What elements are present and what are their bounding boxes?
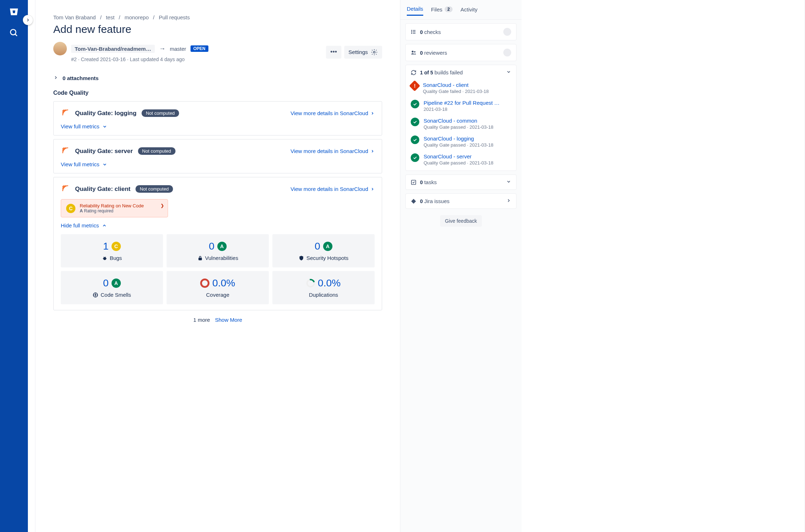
- build-ok-icon: [411, 136, 419, 144]
- metric-cell[interactable]: 0A Code Smells: [61, 271, 163, 304]
- sonarcloud-link[interactable]: View more details in SonarCloud: [291, 186, 375, 192]
- build-item[interactable]: ! SonarCloud - client Quality Gate faile…: [406, 79, 516, 97]
- build-meta: 2021-03-18: [424, 107, 500, 112]
- side-tab-details[interactable]: Details: [407, 6, 423, 16]
- chevron-right-icon: ❯: [160, 203, 164, 208]
- attachments-section-toggle[interactable]: 0 attachments: [53, 75, 382, 81]
- svg-point-10: [95, 294, 96, 295]
- author-avatar[interactable]: [53, 42, 67, 55]
- search-icon[interactable]: [9, 28, 19, 39]
- placeholder-icon: [503, 49, 511, 56]
- sonarcloud-icon: [61, 146, 70, 156]
- build-meta: Quality Gate failed · 2021-03-18: [423, 89, 489, 94]
- jira-card[interactable]: 0 Jira issues: [405, 193, 517, 209]
- svg-point-20: [411, 33, 412, 33]
- bitbucket-logo-icon[interactable]: [9, 6, 19, 18]
- quality-gate-card: Quality Gate: client Not computed View m…: [53, 177, 382, 310]
- target-branch[interactable]: master: [170, 46, 186, 52]
- duplication-donut-icon: [305, 277, 317, 289]
- metrics-toggle[interactable]: View full metrics: [61, 161, 375, 167]
- quality-gate-status: Not computed: [138, 147, 176, 155]
- rating-badge: C: [66, 204, 75, 213]
- chevron-down-icon: [506, 179, 511, 185]
- svg-point-18: [411, 30, 412, 30]
- page-title: Add new feature: [53, 23, 382, 35]
- breadcrumb-item[interactable]: Tom Van Braband: [53, 14, 96, 20]
- reviewers-card[interactable]: 0 reviewers: [405, 44, 517, 61]
- shield-icon: [298, 255, 304, 261]
- expand-sidebar-button[interactable]: [23, 15, 33, 25]
- quality-gate-status: Not computed: [142, 109, 179, 117]
- give-feedback-button[interactable]: Give feedback: [440, 215, 482, 227]
- checkbox-icon: [411, 179, 416, 185]
- tasks-card[interactable]: 0 tasks: [405, 174, 517, 190]
- jira-icon: [411, 198, 416, 204]
- side-tab-files[interactable]: Files2: [431, 6, 453, 16]
- arrow-icon: →: [159, 45, 166, 53]
- build-item[interactable]: Pipeline #22 for Pull Request … 2021-03-…: [406, 97, 516, 115]
- metric-cell[interactable]: 0A Security Hotspots: [272, 234, 375, 267]
- build-title[interactable]: SonarCloud - logging: [424, 136, 493, 142]
- sonarcloud-link[interactable]: View more details in SonarCloud: [291, 148, 375, 154]
- rating-badge: A: [217, 242, 227, 251]
- show-more-row: 1 more Show More: [53, 317, 382, 323]
- breadcrumb-item[interactable]: monorepo: [125, 14, 149, 20]
- build-ok-icon: [411, 153, 419, 162]
- gear-icon: [371, 49, 378, 56]
- metric-cell[interactable]: 0.0% Coverage: [167, 271, 269, 304]
- svg-point-22: [414, 51, 415, 53]
- side-tab-activity[interactable]: Activity: [460, 6, 478, 16]
- more-count: 1 more: [193, 317, 210, 323]
- quality-gate-status: Not computed: [135, 185, 173, 193]
- build-title[interactable]: Pipeline #22 for Pull Request …: [424, 100, 500, 106]
- breadcrumb-item[interactable]: Pull requests: [159, 14, 190, 20]
- build-meta: Quality Gate passed · 2021-03-18: [424, 160, 493, 166]
- metric-cell[interactable]: 0.0% Duplications: [272, 271, 375, 304]
- rating-alert[interactable]: C Reliability Rating on New CodeA Rating…: [61, 199, 168, 217]
- metric-cell[interactable]: 0A Vulnerabilities: [167, 234, 269, 267]
- svg-point-2: [374, 51, 375, 53]
- build-ok-icon: [411, 118, 419, 126]
- builds-toggle[interactable]: 1 of 5 builds failed: [411, 69, 511, 75]
- quality-gate-title: Quality Gate: server: [75, 148, 133, 155]
- build-item[interactable]: SonarCloud - common Quality Gate passed …: [406, 115, 516, 133]
- chevron-down-icon: [506, 69, 511, 75]
- side-panel: DetailsFiles2Activity 0 checks: [400, 0, 522, 532]
- placeholder-icon: [503, 28, 511, 36]
- build-title[interactable]: SonarCloud - common: [424, 118, 493, 124]
- builds-card: 1 of 5 builds failed ! SonarCloud - clie…: [405, 65, 517, 171]
- breadcrumb: Tom Van Braband/ test/ monorepo/ Pull re…: [53, 14, 382, 20]
- checks-card[interactable]: 0 checks: [405, 23, 517, 40]
- code-quality-header: Code Quality: [53, 90, 382, 96]
- main-content: Tom Van Braband/ test/ monorepo/ Pull re…: [35, 0, 400, 532]
- lock-icon: [197, 255, 203, 261]
- metric-cell[interactable]: 1C Bugs: [61, 234, 163, 267]
- side-tabs: DetailsFiles2Activity: [400, 4, 522, 20]
- metrics-toggle[interactable]: Hide full metrics: [61, 222, 375, 228]
- bug-icon: [102, 255, 108, 261]
- quality-gate-title: Quality Gate: client: [75, 186, 130, 193]
- build-ok-icon: [411, 100, 419, 108]
- build-item[interactable]: SonarCloud - server Quality Gate passed …: [406, 151, 516, 168]
- quality-gate-card: Quality Gate: server Not computed View m…: [53, 139, 382, 173]
- source-branch[interactable]: Tom-Van-Braband/readmem…: [71, 45, 155, 53]
- breadcrumb-item[interactable]: test: [106, 14, 114, 20]
- build-title[interactable]: SonarCloud - server: [424, 153, 493, 159]
- build-meta: Quality Gate passed · 2021-03-18: [424, 124, 493, 130]
- quality-gate-card: Quality Gate: logging Not computed View …: [53, 101, 382, 136]
- build-item[interactable]: SonarCloud - logging Quality Gate passed…: [406, 133, 516, 151]
- sonarcloud-link[interactable]: View more details in SonarCloud: [291, 110, 375, 116]
- rating-badge: A: [112, 279, 121, 288]
- svg-line-1: [15, 34, 17, 36]
- rating-badge: A: [323, 242, 332, 251]
- build-title[interactable]: SonarCloud - client: [423, 82, 489, 88]
- show-more-link[interactable]: Show More: [215, 317, 242, 323]
- checklist-icon: [411, 29, 416, 35]
- people-icon: [411, 50, 416, 55]
- svg-point-19: [411, 31, 412, 32]
- metrics-toggle[interactable]: View full metrics: [61, 123, 375, 129]
- coverage-donut-icon: [200, 279, 209, 288]
- pr-status-badge: OPEN: [191, 45, 208, 52]
- settings-button[interactable]: Settings: [344, 46, 382, 59]
- more-actions-button[interactable]: •••: [326, 46, 341, 59]
